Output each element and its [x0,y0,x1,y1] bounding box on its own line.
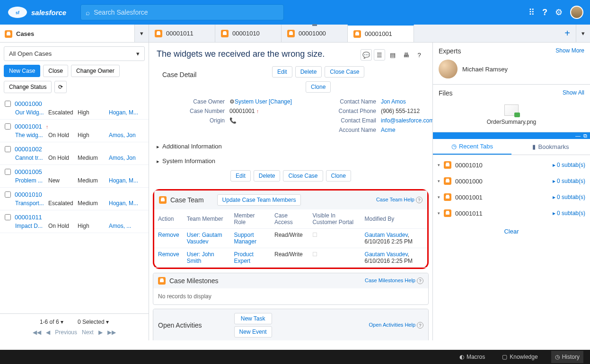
expand-icon[interactable]: ▾ [438,163,440,167]
knowledge-utility[interactable]: ▢Knowledge [498,351,541,363]
subtabs-link[interactable]: ▸ 0 subtab(s) [553,194,585,200]
file-item[interactable]: OrderSummary.png [433,102,590,132]
row-checkbox[interactable] [5,191,11,198]
milestones-help-link[interactable]: Case Milestones Help? [365,277,423,284]
case-list-item[interactable]: 00001002Cannot tr...On HoldMediumAmos, J… [0,142,149,165]
workspace-tab[interactable]: 00001011 [149,25,215,42]
case-list-item[interactable]: 00001005Problem ...NewMediumHogan, M... [0,165,149,188]
macros-utility[interactable]: ◐Macros [456,351,489,363]
member-link[interactable]: User: John Smith [187,251,214,264]
workspace-tab[interactable]: 00001010 [215,25,282,42]
history-utility[interactable]: ◷History [551,351,583,363]
print-icon[interactable]: 🖶 [400,49,412,61]
row-checkbox[interactable] [5,123,11,130]
clone-button[interactable]: Clone [306,81,331,93]
change-status-button[interactable]: Change Status [4,81,52,93]
new-tab-button[interactable]: + [559,25,576,42]
tabs-overflow-menu[interactable]: ▾ [576,25,590,42]
search-input[interactable] [94,9,279,16]
subtabs-link[interactable]: ▸ 0 subtab(s) [553,210,585,217]
case-number-link[interactable]: 00001000 [15,100,42,107]
row-checkbox[interactable] [5,146,11,152]
additional-info-section[interactable]: Additional Information [149,139,432,154]
close-case-button[interactable]: Close Case [325,66,364,78]
case-team-help-link[interactable]: Case Team Help? [376,197,423,203]
expand-icon[interactable]: ▾ [438,195,440,199]
list-view-selector[interactable]: All Open Cases ▾ [4,46,145,61]
page-range[interactable]: 1-6 of 6 ▾ [40,319,63,325]
new-event-button[interactable]: New Event [234,326,272,338]
panel-drag-handle[interactable]: — ⧉ [433,132,590,139]
popout-icon[interactable]: ⧉ [583,133,587,139]
page-help-icon[interactable]: ? [414,49,425,61]
experts-show-more[interactable]: Show More [555,47,584,55]
layout-icon[interactable]: ▤ [387,49,398,61]
case-number-link[interactable]: 00001011 [15,214,42,221]
case-list-item[interactable]: 00001010Transport...EscalatedMediumHogan… [0,188,149,210]
member-link[interactable]: User: Gautam Vasudev [187,232,222,245]
prev-page-icon[interactable]: ◀ [46,329,50,336]
activities-help-link[interactable]: Open Activities Help? [369,322,423,329]
edit-button-2[interactable]: Edit [230,170,251,182]
next-label[interactable]: Next [82,329,94,336]
edit-button[interactable]: Edit [272,66,292,78]
files-show-all[interactable]: Show All [563,89,584,97]
case-number-link[interactable]: 00001001 [15,123,42,130]
row-checkbox[interactable] [5,169,11,175]
update-team-button[interactable]: Update Case Team Members [217,194,301,206]
case-list-item[interactable]: 00001000Our Widg...EscalatedHighHogan, M… [0,97,149,120]
setup-gear-icon[interactable]: ⚙ [555,7,563,17]
role-link[interactable]: Product Expert [234,251,254,264]
recent-tab-item[interactable]: ▾00001001▸ 0 subtab(s) [433,189,590,205]
feed-icon[interactable]: 💬 [361,49,372,61]
delete-button[interactable]: Delete [295,66,322,78]
recent-tab-item[interactable]: ▾00001011▸ 0 subtab(s) [433,205,590,221]
new-case-button[interactable]: New Case [4,65,40,77]
expand-icon[interactable]: ▾ [438,179,440,183]
prev-label[interactable]: Previous [55,329,77,336]
last-page-icon[interactable]: ▶▶ [107,329,116,336]
row-checkbox[interactable] [5,214,11,220]
clear-recent-button[interactable]: Clear [433,223,590,240]
case-list-item[interactable]: 00001001 ↑The widg...On HoldHighAmos, Jo… [0,120,149,142]
remove-link[interactable]: Remove [158,251,179,258]
expert-item[interactable]: Michael Ramsey [433,60,590,84]
role-link[interactable]: Support Manager [234,232,256,245]
subtabs-link[interactable]: ▸ 0 subtab(s) [553,162,585,168]
case-number-link[interactable]: 00001010 [15,191,42,198]
delete-button-2[interactable]: Delete [254,170,281,182]
salesforce-logo[interactable]: sf salesforce [7,5,66,20]
bookmarks-tab[interactable]: ▮Bookmarks [511,139,590,155]
minimize-icon[interactable]: — [575,133,581,139]
refresh-button[interactable]: ⟳ [54,81,67,93]
cases-tab-menu[interactable]: ▾ [134,25,149,42]
app-launcher-icon[interactable]: ⠿ [528,7,535,17]
system-info-section[interactable]: System Information [149,154,432,168]
case-list-item[interactable]: 00001011Impact D...On HoldHighAmos, ... [0,210,149,233]
subtabs-link[interactable]: ▸ 0 subtab(s) [553,178,585,184]
recent-tabs-tab[interactable]: ◷Recent Tabs [433,139,511,155]
case-number-link[interactable]: 00001002 [15,146,42,153]
row-checkbox[interactable] [5,101,11,107]
cases-nav-tab[interactable]: Cases [0,25,134,42]
remove-link[interactable]: Remove [158,232,179,238]
close-case-button-2[interactable]: Close Case [283,170,323,182]
details-icon[interactable]: ☰ [374,49,385,61]
expand-icon[interactable]: ▾ [438,211,440,216]
workspace-tab[interactable]: 00001001 [348,25,414,42]
change-owner-button[interactable]: Change Owner [71,65,120,77]
global-search[interactable]: ⌕ [80,4,284,20]
case-number-link[interactable]: 00001005 [15,168,42,175]
new-task-button[interactable]: New Task [234,313,272,324]
user-avatar[interactable] [570,6,583,19]
selected-count[interactable]: 0 Selected ▾ [78,319,109,325]
help-icon[interactable]: ? [542,8,547,17]
recent-tab-item[interactable]: ▾00001010▸ 0 subtab(s) [433,157,590,173]
close-case-list-button[interactable]: Close [43,65,68,77]
workspace-tab[interactable]: 00001000 [282,25,348,42]
next-page-icon[interactable]: ▶ [98,329,103,336]
change-owner-link[interactable]: [Change] [269,98,292,105]
first-page-icon[interactable]: ◀◀ [33,329,41,336]
recent-tab-item[interactable]: ▾00001000▸ 0 subtab(s) [433,173,590,189]
clone-button-2[interactable]: Clone [326,170,351,182]
